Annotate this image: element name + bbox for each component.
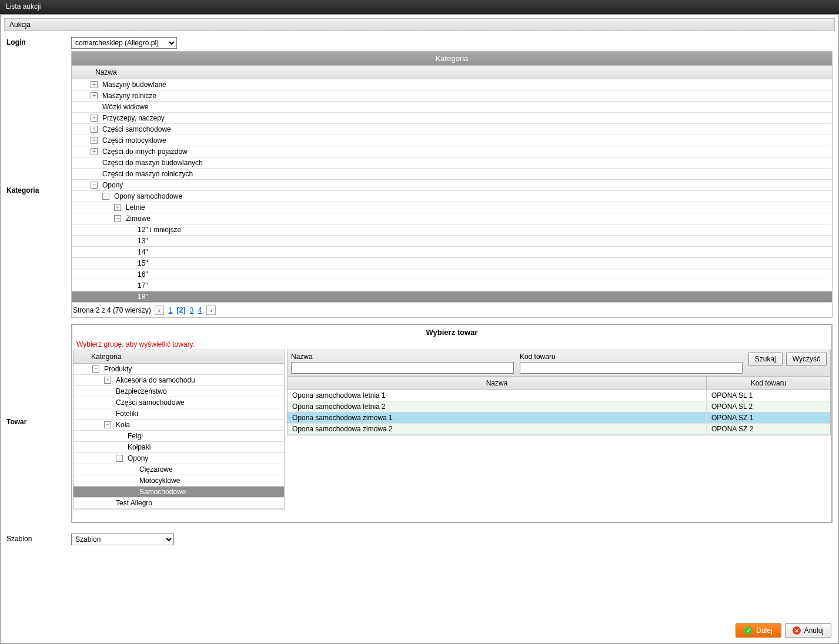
results-name-header: Nazwa <box>288 377 707 390</box>
collapse-icon[interactable]: − <box>104 421 111 428</box>
tree-row[interactable]: −Opony <box>73 453 284 464</box>
results-table[interactable]: Opona samochodowa letnia 1OPONA SL 1Opon… <box>287 390 831 435</box>
template-select[interactable]: Szablon <box>71 534 174 545</box>
tree-label: Felgi <box>125 432 143 440</box>
tree-row[interactable]: Motocyklowe <box>73 475 284 487</box>
tree-row[interactable]: +Letnie <box>72 202 832 213</box>
result-row[interactable]: Opona samochodowa zimowa 1OPONA SZ 1 <box>288 412 830 424</box>
tree-label: Części samochodowe <box>113 398 185 407</box>
category-tree[interactable]: +Maszyny budowlane+Maszyny rolniczeWózki… <box>71 79 833 303</box>
expand-icon[interactable]: + <box>91 148 98 155</box>
tree-row[interactable]: 17" <box>72 280 832 291</box>
tree-row[interactable]: Części do maszyn rolniczych <box>72 169 832 180</box>
expand-icon[interactable]: + <box>114 204 121 211</box>
page-4[interactable]: 4 <box>197 306 203 314</box>
expand-icon[interactable]: + <box>91 137 98 144</box>
tree-row[interactable]: −Zimowe <box>72 213 832 224</box>
tree-row[interactable]: Wózki widłowe <box>72 102 832 113</box>
expand-icon[interactable]: + <box>104 377 111 384</box>
product-tree[interactable]: −Produkty+Akcesoria do samochoduBezpiecz… <box>73 364 285 509</box>
tree-label: 15" <box>135 259 148 267</box>
tree-label: Opony samochodowe <box>112 192 182 200</box>
search-code-input[interactable] <box>520 362 743 374</box>
login-label: Login <box>6 37 71 46</box>
paging: Strona 2 z 4 (70 wierszy) ‹ 1 [2] 3 4 › <box>71 303 833 318</box>
tree-row[interactable]: Test Allegro <box>73 498 284 509</box>
tree-label: Kołpaki <box>125 443 151 451</box>
expand-icon[interactable]: + <box>91 81 98 88</box>
tree-row[interactable]: −Produkty <box>73 364 284 375</box>
tree-label: Zimowe <box>123 214 151 223</box>
search-name-label: Nazwa <box>291 353 514 361</box>
result-name: Opona samochodowa letnia 2 <box>288 401 707 412</box>
search-button[interactable]: Szukaj <box>748 353 783 365</box>
tree-row[interactable]: +Przyczepy, naczepy <box>72 113 832 124</box>
tree-label: Akcesoria do samochodu <box>113 376 195 384</box>
category-label: Kategoria <box>6 51 71 194</box>
tree-row[interactable]: 13" <box>72 236 832 247</box>
next-button[interactable]: ✓ Dalej <box>736 623 781 638</box>
tree-row[interactable]: +Maszyny budowlane <box>72 79 832 90</box>
tree-label: Test Allegro <box>113 499 152 507</box>
tree-row[interactable]: +Akcesoria do samochodu <box>73 375 284 386</box>
clear-button[interactable]: Wyczyść <box>786 353 827 365</box>
tree-row[interactable]: Foteliki <box>73 408 284 420</box>
tree-row[interactable]: 16" <box>72 269 832 280</box>
page-1[interactable]: 1 <box>168 306 174 314</box>
expand-icon[interactable]: + <box>91 126 98 133</box>
tree-label: Produkty <box>102 365 132 373</box>
tree-label: Części do innych pojazdów <box>100 147 188 156</box>
tree-row[interactable]: Felgi <box>73 431 284 442</box>
result-code: OPONA SZ 1 <box>707 412 830 423</box>
tree-row[interactable]: Części do maszyn budowlanych <box>72 157 832 169</box>
paging-summary: Strona 2 z 4 (70 wierszy) <box>73 306 151 314</box>
page-next[interactable]: › <box>206 306 216 315</box>
tree-label: Części samochodowe <box>100 125 171 133</box>
result-code: OPONA SL 2 <box>707 401 830 412</box>
tree-row[interactable]: +Części motocyklowe <box>72 135 832 146</box>
result-row[interactable]: Opona samochodowa letnia 2OPONA SL 2 <box>288 401 830 412</box>
cancel-button[interactable]: ✕ Anuluj <box>785 623 831 638</box>
tree-label: Maszyny budowlane <box>100 80 166 89</box>
page-3[interactable]: 3 <box>189 306 195 314</box>
expand-icon[interactable]: + <box>91 92 98 99</box>
collapse-icon[interactable]: − <box>92 365 99 373</box>
tree-row[interactable]: 12" i mniejsze <box>72 224 832 236</box>
template-label: Szablon <box>6 534 71 543</box>
tree-label: 17" <box>135 281 148 290</box>
tree-row[interactable]: −Koła <box>73 420 284 431</box>
tree-label: Opony <box>100 181 123 189</box>
tree-row[interactable]: Bezpieczeństwo <box>73 386 284 397</box>
menu-aukcja[interactable]: Aukcja <box>4 18 835 31</box>
result-row[interactable]: Opona samochodowa zimowa 2OPONA SZ 2 <box>288 424 830 435</box>
tree-label: 16" <box>135 270 148 279</box>
expand-icon[interactable]: + <box>91 115 98 122</box>
login-select[interactable]: comarchesklep (Allegro.pl) <box>71 37 177 49</box>
collapse-icon[interactable]: − <box>102 193 109 200</box>
tree-row[interactable]: Kołpaki <box>73 442 284 453</box>
search-name-input[interactable] <box>291 362 514 374</box>
tree-row[interactable]: 14" <box>72 247 832 258</box>
category-panel-title: Kategoria <box>71 51 833 66</box>
tree-row[interactable]: +Części samochodowe <box>72 124 832 135</box>
tree-row[interactable]: 15" <box>72 258 832 269</box>
collapse-icon[interactable]: − <box>91 182 98 189</box>
check-icon: ✓ <box>744 626 753 635</box>
collapse-icon[interactable]: − <box>116 455 123 462</box>
tree-label: Opony <box>125 454 148 462</box>
tree-row[interactable]: −Opony <box>72 180 832 191</box>
tree-row[interactable]: +Części do innych pojazdów <box>72 146 832 157</box>
tree-row[interactable]: −Opony samochodowe <box>72 191 832 202</box>
result-code: OPONA SZ 2 <box>707 424 830 434</box>
tree-row[interactable]: +Maszyny rolnicze <box>72 90 832 102</box>
tree-row[interactable]: Części samochodowe <box>73 397 284 408</box>
tree-row[interactable]: Ciężarowe <box>73 464 284 475</box>
tree-label: 12" i mniejsze <box>135 226 181 234</box>
collapse-icon[interactable]: − <box>114 215 121 222</box>
tree-row[interactable]: 18" <box>72 291 832 303</box>
page-prev[interactable]: ‹ <box>155 306 164 315</box>
result-name: Opona samochodowa zimowa 1 <box>288 412 707 423</box>
result-row[interactable]: Opona samochodowa letnia 1OPONA SL 1 <box>288 390 830 401</box>
window-title: Lista aukcji <box>0 0 839 14</box>
tree-row[interactable]: Samochodowe <box>73 487 284 498</box>
